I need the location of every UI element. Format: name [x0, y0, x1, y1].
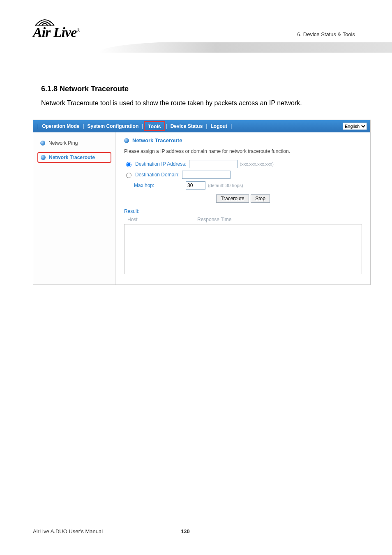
- result-label: Result:: [124, 208, 362, 214]
- sidebar-item-label: Network Ping: [48, 140, 78, 146]
- radio-destination-ip[interactable]: [126, 162, 131, 167]
- sidebar-item-network-traceroute[interactable]: Network Traceroute: [37, 152, 111, 163]
- registered-mark: ®: [76, 28, 80, 33]
- panel-description: Please assign a IP address or domain nam…: [124, 148, 362, 154]
- label-destination-ip: Destination IP Address:: [135, 161, 187, 167]
- chapter-label: 6. Device Status & Tools: [297, 31, 355, 37]
- app-topbar: | Operation Mode | System Configuration …: [33, 120, 370, 132]
- app-main-panel: Network Traceroute Please assign a IP ad…: [116, 132, 370, 284]
- label-max-hop: Max hop:: [134, 183, 183, 188]
- section-heading: 6.1.8 Network Traceroute: [41, 85, 359, 93]
- bullet-icon: [41, 155, 46, 160]
- panel-title-text: Network Traceroute: [132, 137, 182, 143]
- tab-strip: | Operation Mode | System Configuration …: [37, 121, 233, 131]
- label-destination-domain: Destination Domain:: [135, 172, 180, 178]
- stop-button[interactable]: Stop: [251, 194, 270, 203]
- col-host: Host: [127, 217, 197, 222]
- bullet-icon: [40, 141, 45, 146]
- footer-page-number: 130: [181, 528, 190, 534]
- app-sidebar: Network Ping Network Traceroute: [33, 132, 116, 284]
- result-header: Host Response Time: [124, 217, 362, 224]
- language-select[interactable]: English: [343, 123, 367, 130]
- sidebar-item-label: Network Traceroute: [49, 155, 95, 160]
- traceroute-button[interactable]: Traceroute: [216, 194, 249, 203]
- section-paragraph: Network Traceroute tool is used to show …: [41, 98, 359, 108]
- row-destination-domain: Destination Domain:: [124, 171, 362, 179]
- wifi-icon: [35, 16, 51, 26]
- hint-destination-ip: (xxx.xxx.xxx.xxx): [240, 162, 274, 166]
- bullet-icon: [124, 138, 129, 143]
- input-max-hop[interactable]: [186, 181, 205, 190]
- input-destination-ip[interactable]: [189, 160, 238, 168]
- col-response-time: Response Time: [197, 217, 231, 222]
- footer-manual: AirLive A.DUO User's Manual: [33, 528, 103, 534]
- radio-destination-domain[interactable]: [126, 173, 131, 178]
- app-window: | Operation Mode | System Configuration …: [33, 120, 371, 285]
- tab-tools[interactable]: Tools: [145, 124, 163, 130]
- tab-logout[interactable]: Logout: [208, 123, 230, 129]
- hint-max-hop: (default: 30 hops): [208, 183, 243, 188]
- row-destination-ip: Destination IP Address: (xxx.xxx.xxx.xxx…: [124, 160, 362, 168]
- tab-system-configuration[interactable]: System Configuration: [85, 123, 141, 129]
- tab-operation-mode[interactable]: Operation Mode: [39, 123, 82, 129]
- input-destination-domain[interactable]: [182, 171, 231, 179]
- result-list[interactable]: [124, 224, 362, 274]
- tab-tools-highlight: Tools: [144, 121, 165, 131]
- brand-logo: Air Live®: [33, 16, 80, 40]
- sidebar-item-network-ping[interactable]: Network Ping: [37, 138, 111, 148]
- tab-device-status[interactable]: Device Status: [168, 123, 205, 129]
- panel-title: Network Traceroute: [124, 137, 362, 143]
- row-max-hop: Max hop: (default: 30 hops): [124, 181, 362, 190]
